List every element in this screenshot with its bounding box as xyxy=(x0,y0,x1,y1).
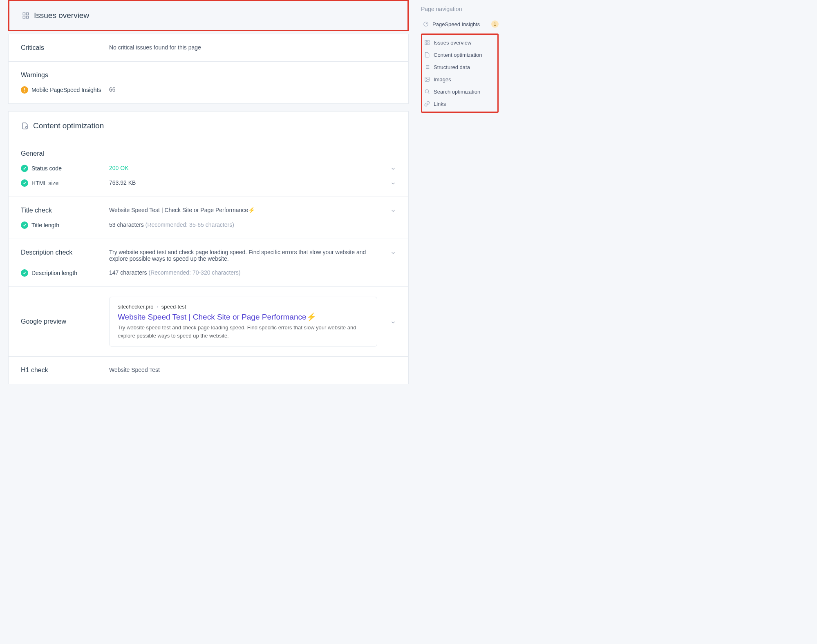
svg-rect-2 xyxy=(23,16,25,18)
general-panel: General ✓ Status code 200 OK ✓ HTML size… xyxy=(8,140,409,197)
description-length-value: 147 characters (Recommended: 70-320 char… xyxy=(109,269,396,276)
h1-check-heading: H1 check xyxy=(21,367,48,374)
chevron-down-icon[interactable] xyxy=(384,249,396,256)
nav-item-issues-overview[interactable]: Issues overview xyxy=(422,36,497,49)
svg-rect-0 xyxy=(23,13,25,15)
page-navigation-list: Issues overview Content optimization Str… xyxy=(421,34,499,113)
content-icon xyxy=(21,122,29,130)
title-length-value: 53 characters (Recommended: 35-65 charac… xyxy=(109,221,396,228)
description-check-panel: Description check Try website speed test… xyxy=(8,239,409,287)
warning-item-value: 66 xyxy=(109,86,396,93)
h1-check-panel: H1 check Website Speed Test xyxy=(8,356,409,384)
description-check-value: Try website speed test and check page lo… xyxy=(109,249,377,262)
nav-item-pagespeed[interactable]: PageSpeed Insights xyxy=(421,18,486,30)
description-length-label: Description length xyxy=(31,270,77,276)
chevron-down-icon[interactable] xyxy=(384,179,396,186)
svg-rect-1 xyxy=(27,13,29,15)
criticals-panel: Criticals No critical issues found for t… xyxy=(8,34,409,62)
content-icon xyxy=(424,51,430,58)
status-code-label: Status code xyxy=(31,165,62,172)
svg-rect-6 xyxy=(425,40,427,42)
chevron-down-icon[interactable] xyxy=(384,318,396,325)
general-heading: General xyxy=(21,150,44,157)
check-icon: ✓ xyxy=(21,269,28,277)
svg-rect-7 xyxy=(428,40,429,42)
svg-rect-9 xyxy=(428,43,429,45)
svg-rect-8 xyxy=(425,43,427,45)
nav-label: Structured data xyxy=(434,64,470,70)
nav-item-structured-data[interactable]: Structured data xyxy=(422,61,497,73)
issues-overview-header: Issues overview xyxy=(8,0,409,31)
warning-icon: ! xyxy=(21,86,28,94)
gauge-icon xyxy=(423,21,429,27)
svg-point-4 xyxy=(26,127,28,129)
nav-item-links[interactable]: Links xyxy=(422,98,497,110)
title-length-chars: 53 characters xyxy=(109,221,145,228)
html-size-label: HTML size xyxy=(31,180,58,186)
chevron-down-icon[interactable] xyxy=(384,207,396,214)
search-icon xyxy=(424,88,430,95)
svg-point-18 xyxy=(425,89,428,93)
check-icon: ✓ xyxy=(21,179,28,187)
google-preview-panel: Google preview sitechecker.pro › speed-t… xyxy=(8,286,409,357)
title-check-value: Website Speed Test | Check Site or Page … xyxy=(109,207,377,213)
criticals-heading: Criticals xyxy=(21,44,44,51)
nav-label: PageSpeed Insights xyxy=(432,21,480,27)
nav-label: Issues overview xyxy=(434,40,471,46)
description-length-hint: (Recommended: 70-320 characters) xyxy=(149,269,241,276)
nav-label: Images xyxy=(434,76,451,83)
nav-item-search-optimization[interactable]: Search optimization xyxy=(422,85,497,98)
gp-domain: sitechecker.pro xyxy=(118,304,153,310)
html-size-value: 763.92 KB xyxy=(109,179,377,186)
google-preview-heading: Google preview xyxy=(21,318,66,325)
section-title: Issues overview xyxy=(34,11,89,20)
title-length-label: Title length xyxy=(31,222,59,228)
google-preview-breadcrumb: sitechecker.pro › speed-test xyxy=(118,304,369,310)
nav-label: Search optimization xyxy=(434,89,480,95)
nav-item-images[interactable]: Images xyxy=(422,73,497,85)
description-check-heading: Description check xyxy=(21,249,72,256)
warnings-heading: Warnings xyxy=(21,72,48,78)
description-length-chars: 147 characters xyxy=(109,269,149,276)
nav-label: Links xyxy=(434,101,446,107)
google-preview-card: sitechecker.pro › speed-test Website Spe… xyxy=(109,297,377,347)
title-check-panel: Title check Website Speed Test | Check S… xyxy=(8,197,409,239)
grid-icon xyxy=(424,39,430,46)
pagespeed-badge: 1 xyxy=(491,20,499,28)
criticals-message: No critical issues found for this page xyxy=(109,44,396,51)
title-check-heading: Title check xyxy=(21,207,52,214)
nav-item-content-optimization[interactable]: Content optimization xyxy=(422,49,497,61)
check-icon: ✓ xyxy=(21,165,28,172)
link-icon xyxy=(424,101,430,107)
content-optimization-header: Content optimization xyxy=(8,111,409,140)
title-length-hint: (Recommended: 35-65 characters) xyxy=(145,221,234,228)
image-icon xyxy=(424,76,430,83)
section-title: Content optimization xyxy=(33,121,104,130)
grid-icon xyxy=(22,11,30,20)
svg-line-19 xyxy=(428,93,430,94)
google-preview-title: Website Speed Test | Check Site or Page … xyxy=(118,312,369,322)
page-navigation-heading: Page navigation xyxy=(421,6,499,12)
svg-point-17 xyxy=(426,78,427,79)
gp-path: speed-test xyxy=(161,304,186,310)
h1-check-value: Website Speed Test xyxy=(109,367,396,373)
chevron-down-icon[interactable] xyxy=(384,165,396,172)
svg-rect-3 xyxy=(27,16,29,18)
check-icon: ✓ xyxy=(21,221,28,229)
list-icon xyxy=(424,64,430,70)
status-code-value: 200 OK xyxy=(109,165,377,171)
nav-label: Content optimization xyxy=(434,52,482,58)
warning-item-label: Mobile PageSpeed Insights xyxy=(31,87,101,93)
google-preview-desc: Try website speed test and check page lo… xyxy=(118,324,369,340)
chevron-right-icon: › xyxy=(157,304,158,309)
warnings-panel: Warnings ! Mobile PageSpeed Insights 66 xyxy=(8,61,409,104)
